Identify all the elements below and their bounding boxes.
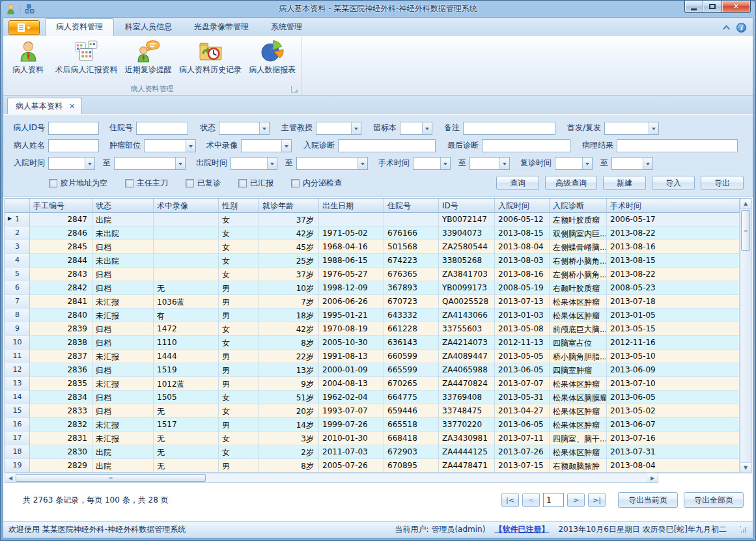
- cell-admit-diagnosis[interactable]: 右侧桥小脑角...: [550, 254, 607, 268]
- cell-age[interactable]: 22岁: [259, 350, 319, 363]
- table-row[interactable]: ▶4 2844 未出院 女 25岁 1988-06-15 674223 3380…: [5, 254, 740, 268]
- cell-birth-date[interactable]: 1962-02-04: [319, 391, 384, 404]
- cell-intraop-video[interactable]: 无: [154, 459, 219, 473]
- cell-sex[interactable]: 男: [219, 377, 259, 391]
- cell-sex[interactable]: 女: [219, 254, 259, 268]
- cell-birth-date[interactable]: 1971-05-02: [319, 227, 384, 240]
- cell-manual-no[interactable]: 2836: [30, 363, 92, 377]
- cell-surgery-date[interactable]: 2012-11-16: [607, 336, 740, 350]
- export-all-pages-button[interactable]: 导出全部页: [684, 492, 744, 508]
- cell-admit-date[interactable]: 2013-07-13: [495, 295, 550, 309]
- chief-professor-select[interactable]: [316, 122, 361, 135]
- checkbox-胶片地址为空[interactable]: 胶片地址为空: [49, 178, 107, 189]
- cell-admit-date[interactable]: 2013-08-15: [495, 227, 550, 240]
- cell-inpatient-no[interactable]: 670265: [384, 377, 439, 391]
- cell-intraop-video[interactable]: 1472: [154, 322, 219, 336]
- last-page-button[interactable]: >|: [588, 493, 606, 507]
- cell-admit-diagnosis[interactable]: 左额叶胶质瘤: [550, 213, 607, 227]
- cell-age[interactable]: 9岁: [259, 377, 319, 391]
- cell-admit-date[interactable]: 2012-11-13: [495, 336, 550, 350]
- column-header-surgery-date[interactable]: 手术时间: [607, 199, 740, 213]
- cell-surgery-date[interactable]: 2013-05-10: [607, 350, 740, 363]
- minimize-button[interactable]: [684, 1, 703, 13]
- cell-id-no[interactable]: 33755603: [439, 322, 495, 336]
- cell-surgery-date[interactable]: 2013-08-22: [607, 227, 740, 240]
- cell-id-no[interactable]: ZA4470824: [439, 377, 495, 391]
- cell-surgery-date[interactable]: 2013-01-05: [607, 309, 740, 322]
- table-row[interactable]: ▶13 2835 未汇报 1012蓝 男 9岁 2004-08-13 67026…: [5, 377, 740, 391]
- cell-intraop-video[interactable]: 无: [154, 404, 219, 418]
- recent-followup-reminder-button[interactable]: 近期复诊提醒: [121, 38, 175, 76]
- table-row[interactable]: ▶17 2831 未汇报 无 女 3岁 2010-01-30 668418 ZA…: [5, 432, 740, 445]
- cell-age[interactable]: 14岁: [259, 418, 319, 432]
- patient-data-button[interactable]: 病人资料: [5, 38, 51, 76]
- cell-admit-date[interactable]: 2013-04-27: [495, 404, 550, 418]
- followup-date-from-select[interactable]: [555, 157, 593, 170]
- cell-surgery-date[interactable]: 2013-08-22: [607, 268, 740, 281]
- cell-status[interactable]: 归档: [92, 268, 154, 281]
- surgery-date-from-select[interactable]: [413, 157, 451, 170]
- cell-inpatient-no[interactable]: 670895: [384, 459, 439, 473]
- cell-birth-date[interactable]: 1991-08-13: [319, 350, 384, 363]
- cell-surgery-date[interactable]: 2013-07-16: [607, 432, 740, 445]
- checkbox-已汇报[interactable]: 已汇报: [238, 178, 273, 189]
- registered-link[interactable]: 【软件已注册】: [494, 524, 549, 535]
- cell-birth-date[interactable]: 1988-06-15: [319, 254, 384, 268]
- cell-age[interactable]: 45岁: [259, 240, 319, 254]
- table-row[interactable]: ▶5 2843 归档 女 37岁 1976-05-27 676365 ZA384…: [5, 268, 740, 281]
- cell-admit-diagnosis[interactable]: 松果体区肿瘤: [550, 445, 607, 459]
- cell-age[interactable]: 7岁: [259, 295, 319, 309]
- cell-intraop-video[interactable]: [154, 254, 219, 268]
- cell-id-no[interactable]: ZA4478471: [439, 459, 495, 473]
- table-row[interactable]: ▶9 2839 归档 1472 女 42岁 1970-08-19 661228 …: [5, 322, 740, 336]
- cell-status[interactable]: 出院: [92, 445, 154, 459]
- cell-sex[interactable]: 男: [219, 363, 259, 377]
- tumor-site-select[interactable]: [144, 139, 196, 152]
- cell-intraop-video[interactable]: 1444: [154, 350, 219, 363]
- cell-sex[interactable]: 男: [219, 309, 259, 322]
- cell-status[interactable]: 归档: [92, 363, 154, 377]
- cell-status[interactable]: 未汇报: [92, 350, 154, 363]
- cell-admit-date[interactable]: 2013-06-05: [495, 418, 550, 432]
- cell-intraop-video[interactable]: 有: [154, 309, 219, 322]
- advanced-query-button[interactable]: 高级查询: [545, 176, 597, 190]
- checkbox-icon[interactable]: [186, 179, 194, 187]
- cell-admit-diagnosis[interactable]: 松果体区脑膜瘤: [550, 391, 607, 404]
- patient-name-input[interactable]: [48, 139, 99, 152]
- cell-id-no[interactable]: 33904073: [439, 227, 495, 240]
- cell-inpatient-no[interactable]: 636143: [384, 336, 439, 350]
- dialog-launcher-icon[interactable]: [291, 86, 298, 93]
- table-row[interactable]: ▶18 2830 出院 无 女 2岁 2011-07-03 672903 ZA4…: [5, 445, 740, 459]
- cell-id-no[interactable]: ZA3430981: [439, 432, 495, 445]
- cell-intraop-video[interactable]: [154, 240, 219, 254]
- maximize-button[interactable]: [703, 1, 721, 13]
- followup-date-to-select[interactable]: [611, 157, 653, 170]
- ribbon-tab-disc-video-management[interactable]: 光盘录像带管理: [183, 18, 260, 36]
- cell-status[interactable]: 归档: [92, 336, 154, 350]
- cell-inpatient-no[interactable]: 668418: [384, 432, 439, 445]
- cell-id-no[interactable]: 33805268: [439, 254, 495, 268]
- checkbox-icon[interactable]: [125, 179, 133, 187]
- cell-admit-diagnosis[interactable]: 左侧蝶骨嵴脑...: [550, 240, 607, 254]
- cell-inpatient-no[interactable]: 501568: [384, 240, 439, 254]
- table-row[interactable]: ▶19 2829 出院 无 男 8岁 2005-07-26 670895 ZA4…: [5, 459, 740, 473]
- cell-sex[interactable]: 男: [219, 281, 259, 295]
- cell-surgery-date[interactable]: 2006-05-17: [607, 213, 740, 227]
- cell-status[interactable]: 未汇报: [92, 295, 154, 309]
- cell-birth-date[interactable]: 2004-08-13: [319, 377, 384, 391]
- status-select[interactable]: [219, 122, 270, 135]
- cell-surgery-date[interactable]: 2013-08-04: [607, 459, 740, 473]
- table-row[interactable]: ▶11 2837 未汇报 1444 男 22岁 1991-08-13 66059…: [5, 350, 740, 363]
- admission-date-to-select[interactable]: [114, 157, 186, 170]
- cell-inpatient-no[interactable]: 670723: [384, 295, 439, 309]
- cell-sex[interactable]: 女: [219, 445, 259, 459]
- cell-admit-date[interactable]: 2013-07-26: [495, 445, 550, 459]
- cell-id-no[interactable]: ZA4089447: [439, 350, 495, 363]
- cell-age[interactable]: 42岁: [259, 227, 319, 240]
- cell-intraop-video[interactable]: 1519: [154, 363, 219, 377]
- table-row[interactable]: ▶7 2841 未汇报 1036蓝 男 7岁 2006-06-26 670723…: [5, 295, 740, 309]
- cell-inpatient-no[interactable]: 665518: [384, 418, 439, 432]
- tab-patient-basic-data[interactable]: 病人基本资料 ✕: [7, 98, 82, 114]
- cell-sex[interactable]: 女: [219, 404, 259, 418]
- cell-manual-no[interactable]: 2842: [30, 281, 92, 295]
